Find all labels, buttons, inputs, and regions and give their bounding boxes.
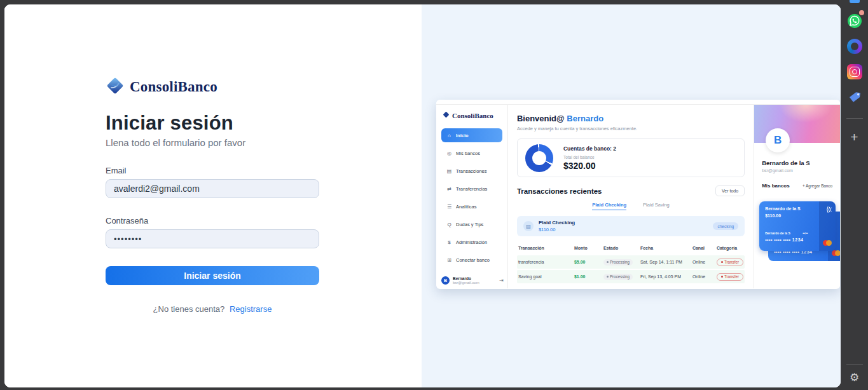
status-dot-icon — [607, 261, 609, 263]
preview-brand: ConsoliBanco — [436, 111, 507, 119]
accounts-count: Cuentas de banco: 2 — [563, 145, 616, 152]
login-button[interactable]: Iniciar sesión — [106, 266, 319, 285]
contactless-icon — [825, 206, 833, 215]
preview-sidebar: ConsoliBanco ⌂ Inicio ◎ Mis bancos — [436, 105, 508, 288]
preview-nav: ⌂ Inicio ◎ Mis bancos ▤ Transacciones — [436, 128, 507, 267]
add-bank-button[interactable]: + Agregar Banco — [803, 184, 832, 188]
dashboard-preview-image: ConsoliBanco ⌂ Inicio ◎ Mis bancos — [436, 100, 840, 289]
search-icon: Q — [446, 222, 452, 227]
status-badge: Processing — [603, 259, 633, 266]
instagram-icon[interactable] — [847, 64, 862, 79]
account-summary-row[interactable]: ▤ Plaid Checking $110.00 checking — [517, 216, 745, 236]
sidebar-item-inicio[interactable]: ⌂ Inicio — [441, 128, 502, 142]
preview-topbar — [436, 100, 840, 105]
brand-diamond-icon — [443, 111, 450, 119]
coin-icon: ◎ — [446, 151, 452, 156]
password-field[interactable] — [106, 229, 319, 248]
signup-question: ¿No tienes cuenta? — [153, 304, 225, 314]
edge-sidebar: + ⚙ — [841, 0, 868, 390]
shopping-tag-icon[interactable] — [847, 90, 862, 105]
page-title: Iniciar sesión — [106, 112, 319, 135]
preview-profile-panel: B Bernardo de la S bsr@gmail.com Mis ban… — [754, 105, 840, 288]
microsoft365-icon[interactable] — [847, 39, 862, 54]
logout-icon[interactable]: ⇥ — [499, 278, 504, 283]
profile-avatar: B — [766, 128, 790, 152]
avatar: B — [441, 276, 450, 285]
bank-icon: ▤ — [523, 221, 534, 231]
mastercard-icon — [832, 250, 840, 256]
view-all-button[interactable]: Ver todo — [715, 185, 745, 196]
browser-window: ConsoliBanco Iniciar sesión Llena todo e… — [4, 4, 841, 387]
welcome-subtitle: Accede y maneja tu cuenta y transaccione… — [517, 126, 745, 131]
balance-label: Total del balance — [563, 155, 616, 159]
home-icon: ⌂ — [446, 133, 452, 138]
balance-value: $320.00 — [563, 161, 616, 171]
my-banks-title: Mis bancos — [762, 183, 790, 189]
category-dot-icon — [721, 276, 723, 278]
dollar-icon: $ — [446, 239, 452, 245]
signup-footer: ¿No tienes cuenta? Registrarse — [106, 304, 319, 314]
recent-transactions-title: Transacciones recientes — [517, 187, 602, 195]
browser-frame: ConsoliBanco Iniciar sesión Llena todo e… — [0, 0, 868, 390]
signup-link[interactable]: Registrarse — [230, 304, 272, 314]
category-dot-icon — [721, 261, 723, 263]
brand-diamond-icon — [106, 76, 125, 98]
promo-pane: ConsoliBanco ⌂ Inicio ◎ Mis bancos — [422, 4, 841, 387]
card-icon: ▤ — [446, 168, 452, 174]
balance-donut-chart — [525, 144, 553, 172]
table-row[interactable]: transferencia $5.00 Processing Sat, Sep … — [517, 255, 745, 269]
category-badge: Transfer — [717, 259, 743, 266]
profile-email: bsr@gmail.com — [762, 168, 832, 173]
sidebar-item-conectar-banco[interactable]: ⊞ Conectar banco — [441, 253, 502, 267]
balance-card: Cuentas de banco: 2 Total del balance $3… — [517, 138, 745, 177]
add-icon[interactable]: + — [847, 130, 862, 145]
preview-user[interactable]: B Bernardo bsr@gmail.com ⇥ — [441, 276, 504, 285]
bank-card[interactable]: Bernardo de la S $110.00 Bernardo de la … — [759, 201, 836, 251]
password-label: Contraseña — [106, 216, 319, 225]
analytics-icon: ☰ — [446, 204, 452, 210]
profile-name: Bernardo de la S — [762, 159, 832, 166]
notification-dot — [859, 10, 864, 15]
sidebar-item-mis-bancos[interactable]: ◎ Mis bancos — [441, 146, 502, 160]
transfer-icon: ⇄ — [446, 186, 452, 192]
sidebar-divider — [846, 118, 863, 119]
tab-plaid-checking[interactable]: Plaid Checking — [592, 202, 626, 210]
status-badge: Processing — [603, 274, 633, 280]
sidebar-item-dudas[interactable]: Q Dudas y Tips — [441, 217, 502, 231]
page-subtitle: Llena todo el formulario por favor — [106, 137, 319, 148]
pinned-tab-icon[interactable] — [850, 0, 860, 3]
login-form: ConsoliBanco Iniciar sesión Llena todo e… — [106, 76, 319, 314]
welcome-heading: Bienvenid@ Bernardo — [517, 114, 745, 123]
table-row[interactable]: Saving goal $1.00 Processing Fri, Sep 13… — [517, 270, 745, 283]
sidebar-item-transacciones[interactable]: ▤ Transacciones — [441, 164, 502, 178]
sidebar-item-transferencias[interactable]: ⇄ Transferencias — [441, 182, 502, 196]
brand: ConsoliBanco — [106, 76, 319, 98]
login-pane: ConsoliBanco Iniciar sesión Llena todo e… — [4, 4, 422, 387]
category-badge: Transfer — [717, 273, 743, 281]
status-dot-icon — [607, 276, 609, 278]
tab-plaid-saving[interactable]: Plaid Saving — [643, 202, 670, 210]
mastercard-icon — [823, 240, 832, 246]
email-label: Email — [106, 166, 319, 175]
sidebar-divider — [846, 364, 863, 365]
table-header: Transacción Monto Estado Fecha Canal Cat… — [517, 241, 745, 254]
transactions-table: Transacción Monto Estado Fecha Canal Cat… — [517, 241, 745, 283]
sidebar-item-analiticas[interactable]: ☰ Analíticas — [441, 199, 502, 213]
sidebar-item-administracion[interactable]: $ Administración — [441, 235, 502, 249]
email-field[interactable] — [106, 179, 319, 198]
account-tabs: Plaid Checking Plaid Saving — [517, 202, 745, 210]
account-type-badge: checking — [713, 222, 738, 230]
brand-name: ConsoliBanco — [130, 79, 217, 95]
settings-gear-icon[interactable]: ⚙ — [847, 370, 862, 386]
bank-plus-icon: ⊞ — [446, 257, 452, 263]
whatsapp-icon[interactable] — [847, 13, 862, 29]
preview-main: Bienvenid@ Bernardo Accede y maneja tu c… — [508, 105, 754, 288]
